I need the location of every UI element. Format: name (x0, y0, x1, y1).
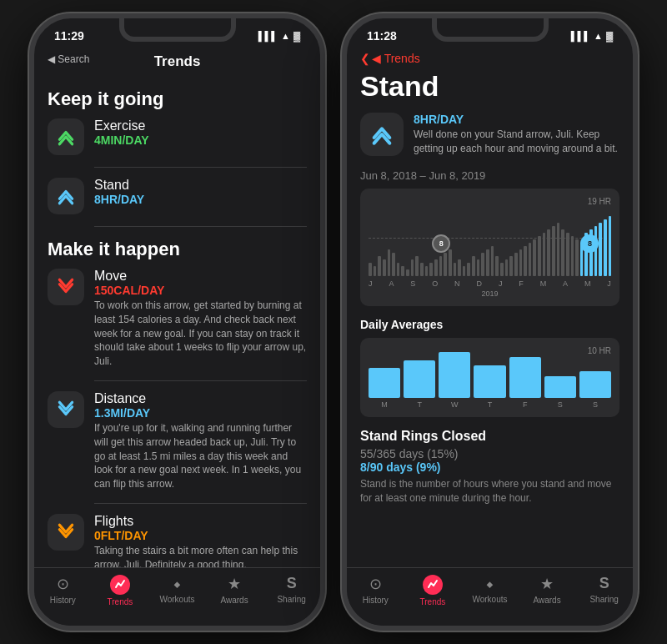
main-bar-19 (458, 259, 461, 276)
tab-awards-2[interactable]: ★ Awards (519, 575, 576, 616)
main-bar-0 (369, 263, 372, 276)
trends-icon-active-1 (110, 575, 130, 595)
trend-exercise[interactable]: Exercise 4MIN/DAY (48, 118, 307, 155)
weekly-day-label-5: S (558, 400, 563, 409)
xaxis-label: D (477, 279, 483, 288)
badge-right-value: 8 (588, 239, 592, 248)
navbar1: ◀ Search Trends (34, 48, 320, 77)
xaxis-label: A (563, 279, 568, 288)
stand-header-desc: Well done on your Stand arrow, Juli. Kee… (414, 128, 619, 156)
trend-flights[interactable]: Flights 0FLT/DAY Taking the stairs a bit… (48, 514, 307, 567)
weekly-day-label-0: M (381, 400, 388, 409)
xaxis-label: S (410, 279, 415, 288)
weekly-bar-2 (439, 352, 470, 398)
main-bar-5 (392, 253, 395, 276)
main-bar-6 (397, 263, 400, 276)
main-bar-2 (378, 256, 381, 276)
xaxis-label: M (540, 279, 547, 288)
weekly-bar-wrap-3: T (474, 365, 505, 409)
main-bar-26 (491, 246, 494, 276)
main-bar-30 (509, 256, 513, 276)
tab-workouts-1[interactable]: ⬥ Workouts (148, 575, 206, 616)
main-bar-20 (463, 266, 466, 276)
tab-history-2[interactable]: ⊙ History (347, 575, 404, 616)
wifi-icon-2: ▲ (594, 31, 603, 41)
weekly-day-label-4: F (523, 400, 528, 409)
main-bar-31 (514, 253, 518, 276)
xaxis-label: J (607, 279, 611, 288)
stats-desc: Stand is the number of hours where you s… (360, 477, 619, 506)
move-info: Move 150CAL/DAY To work on this arrow, g… (94, 269, 307, 369)
signal-icon-2: ▌▌▌ (571, 31, 590, 41)
flights-icon (48, 514, 84, 551)
main-bar-11 (420, 263, 424, 276)
divider-1 (94, 167, 307, 168)
tab-workouts-2[interactable]: ⬥ Workouts (461, 575, 519, 616)
main-bar-43 (571, 236, 574, 276)
main-bar-36 (538, 236, 541, 276)
chart-xaxis: JASONDJFMAMJ (369, 279, 611, 288)
main-bar-34 (529, 243, 532, 276)
weekly-bar-wrap-4: F (509, 357, 541, 409)
weekly-bars: MTWTFSS (369, 359, 611, 409)
back-button-1[interactable]: ◀ Search (48, 53, 89, 65)
distance-name: Distance (94, 391, 307, 406)
tab-sharing-2[interactable]: S Sharing (575, 575, 633, 616)
navbar2: ❮ ◀ Trends (347, 48, 633, 70)
tab-sharing-1[interactable]: S Sharing (263, 575, 320, 616)
detail-scroll: Stand 8HR/DAY Well done on your Stand ar… (347, 70, 633, 567)
main-bar-49 (599, 223, 602, 276)
back-button-2[interactable]: ❮ ◀ Trends (360, 52, 619, 65)
badge-left: 8 (432, 234, 450, 253)
back-label-2: ◀ Trends (372, 52, 420, 65)
chart-area: 8 8 (369, 209, 611, 276)
status-icons-2: ▌▌▌ ▲ ▓ (571, 31, 613, 41)
badge-right: 8 (580, 234, 599, 253)
main-bar-37 (543, 233, 546, 276)
main-bar-39 (552, 226, 555, 276)
divider-3 (94, 380, 307, 381)
main-bar-38 (547, 229, 550, 276)
trends-label-1: Trends (108, 597, 133, 606)
signal-icon-1: ▌▌▌ (258, 31, 278, 41)
move-desc: To work on this arrow, get started by bu… (94, 299, 307, 369)
weekly-bar-5 (544, 376, 576, 398)
tab-trends-2[interactable]: Trends (404, 575, 462, 616)
main-bar-10 (415, 256, 419, 276)
xaxis-label: J (499, 279, 503, 288)
distance-desc: If you're up for it, walking and running… (94, 421, 307, 491)
weekly-bar-0 (369, 368, 400, 398)
main-bar-51 (609, 216, 612, 276)
tab-history-1[interactable]: ⊙ History (34, 575, 92, 616)
section-header-keep: Keep it going (48, 88, 307, 110)
move-value: 150CAL/DAY (94, 284, 307, 297)
daily-avg-label: Daily Averages (360, 318, 619, 331)
main-bar-12 (425, 266, 429, 276)
sharing-label-2: Sharing (589, 595, 618, 604)
workouts-icon-2: ⬥ (485, 575, 494, 592)
tab-trends-1[interactable]: Trends (92, 575, 149, 616)
history-icon-1: ⊙ (57, 575, 69, 593)
stand-icon-large (360, 113, 404, 156)
xaxis-label: N (454, 279, 460, 288)
main-bar-3 (383, 259, 386, 276)
distance-icon (48, 391, 84, 428)
workouts-label-2: Workouts (472, 595, 507, 604)
badge-left-value: 8 (439, 239, 444, 248)
xaxis-label: M (584, 279, 591, 288)
trend-move[interactable]: Move 150CAL/DAY To work on this arrow, g… (48, 269, 307, 369)
main-bar-7 (401, 266, 404, 276)
trends-label-2: Trends (420, 597, 446, 606)
main-bar-27 (495, 256, 499, 276)
status-icons-1: ▌▌▌ ▲ ▓ (258, 31, 300, 41)
history-label-1: History (50, 596, 76, 605)
tab-awards-1[interactable]: ★ Awards (206, 575, 263, 616)
weekly-day-label-2: W (451, 400, 459, 409)
screen1: ◀ Search Trends Keep it going Exercise 4… (34, 48, 320, 626)
exercise-icon (48, 118, 84, 155)
trend-distance[interactable]: Distance 1.3MI/DAY If you're up for it, … (48, 391, 307, 491)
main-bar-28 (500, 263, 504, 276)
screen2: ❮ ◀ Trends Stand 8HR/DAY Well done on yo… (347, 48, 633, 626)
trend-stand[interactable]: Stand 8HR/DAY (48, 178, 307, 214)
stand-header-row: 8HR/DAY Well done on your Stand arrow, J… (360, 113, 619, 156)
